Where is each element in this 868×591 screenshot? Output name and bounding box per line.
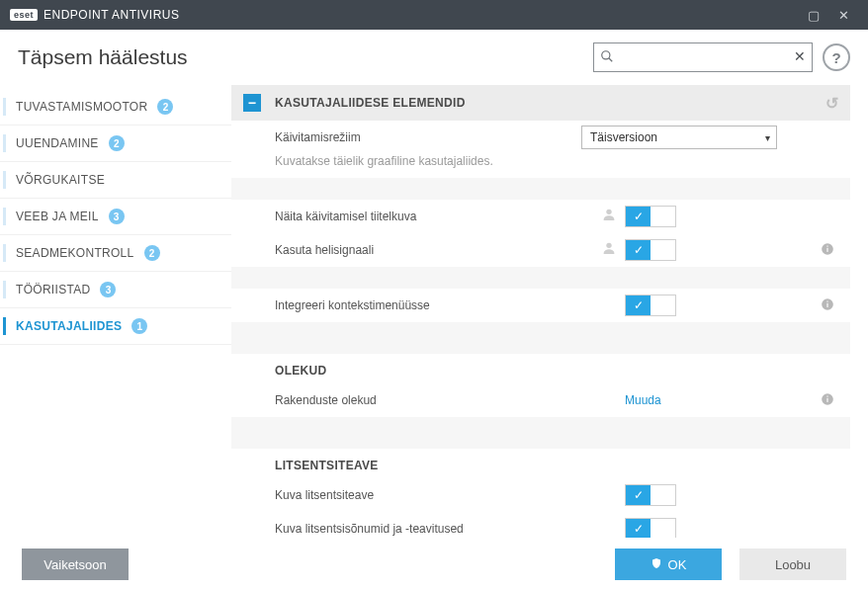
svg-rect-8 [826, 302, 827, 306]
show-splash-toggle[interactable]: ✓ [625, 206, 676, 227]
info-icon[interactable] [821, 297, 834, 314]
show-license-toggle[interactable]: ✓ [625, 484, 676, 506]
svg-point-3 [606, 243, 611, 248]
integrate-context-toggle[interactable]: ✓ [625, 295, 676, 316]
row-show-license: Kuva litsentsiteave ✓ [231, 478, 850, 512]
sidebar-item-tools[interactable]: TÖÖRIISTAD 3 [0, 272, 231, 308]
svg-rect-9 [826, 300, 827, 301]
svg-rect-6 [826, 245, 827, 246]
window-maximize-icon[interactable]: ▢ [799, 8, 828, 23]
header: Täpsem häälestus ✕ ? [0, 30, 868, 85]
search-field[interactable]: ✕ [593, 42, 813, 72]
sidebar-badge: 2 [109, 135, 125, 151]
row-show-splash: Näita käivitamisel tiitelkuva ✓ [231, 200, 850, 233]
ok-button[interactable]: OK [615, 549, 722, 580]
row-start-mode: Käivitamisrežiim Täisversioon ▾ [231, 121, 850, 154]
svg-rect-5 [826, 247, 827, 251]
start-mode-value: Täisversioon [590, 130, 657, 144]
integrate-context-label: Integreeri kontekstimenüüsse [275, 298, 601, 312]
user-icon [601, 207, 617, 226]
titlebar: eset ENDPOINT ANTIVIRUS ▢ ✕ [0, 0, 868, 30]
clear-search-icon[interactable]: ✕ [794, 48, 806, 64]
sidebar-item-detection-engine[interactable]: TUVASTAMISMOOTOR 2 [0, 89, 231, 126]
brand-badge: eset [10, 9, 38, 21]
sidebar-item-network-protection[interactable]: VÕRGUKAITSE [0, 162, 231, 199]
sidebar-item-update[interactable]: UUENDAMINE 2 [0, 126, 231, 162]
subheader-statuses: OLEKUD [231, 354, 850, 383]
default-zone-button[interactable]: Vaiketsoon [22, 549, 129, 580]
shield-icon [651, 557, 662, 572]
reset-icon[interactable]: ↺ [825, 94, 838, 113]
row-integrate-context: Integreeri kontekstimenüüsse ✓ [231, 289, 850, 322]
show-license-msgs-label: Kuva litsentsisõnumid ja -teavitused [275, 522, 601, 536]
sidebar-badge: 3 [100, 282, 116, 297]
chevron-down-icon: ▾ [765, 132, 770, 143]
sidebar: TUVASTAMISMOOTOR 2 UUENDAMINE 2 VÕRGUKAI… [0, 85, 231, 538]
sidebar-item-web-and-email[interactable]: VEEB JA MEIL 3 [0, 199, 231, 235]
sidebar-badge: 2 [144, 245, 160, 261]
sidebar-badge: 2 [157, 99, 173, 115]
user-icon [601, 240, 617, 260]
show-splash-label: Näita käivitamisel tiitelkuva [275, 210, 601, 223]
page-title: Täpsem häälestus [18, 45, 188, 69]
footer: Vaiketsoon OK Loobu [0, 538, 868, 591]
svg-rect-12 [826, 395, 827, 396]
row-app-statuses: Rakenduste olekud Muuda [231, 383, 850, 417]
info-icon[interactable] [821, 242, 834, 259]
sidebar-badge: 1 [131, 318, 147, 334]
sidebar-badge: 3 [109, 209, 125, 224]
start-mode-select[interactable]: Täisversioon ▾ [581, 126, 777, 149]
section-header-ui-elements[interactable]: − KASUTAJALIIDESE ELEMENDID ↺ [231, 85, 850, 121]
use-sound-label: Kasuta helisignaali [275, 243, 601, 257]
window-title: ENDPOINT ANTIVIRUS [43, 8, 179, 22]
help-button[interactable]: ? [823, 43, 850, 71]
row-use-sound: Kasuta helisignaali ✓ [231, 233, 850, 267]
content-scroll[interactable]: − KASUTAJALIIDESE ELEMENDID ↺ Käivitamis… [231, 85, 854, 538]
use-sound-toggle[interactable]: ✓ [625, 239, 676, 261]
window-close-icon[interactable]: ✕ [828, 8, 858, 23]
sidebar-item-user-interface[interactable]: KASUTAJALIIDES 1 [0, 308, 231, 345]
section-title: KASUTAJALIIDESE ELEMENDID [275, 96, 466, 110]
app-statuses-edit-link[interactable]: Muuda [625, 393, 661, 407]
subheader-license: LITSENTSITEAVE [231, 449, 850, 478]
show-license-msgs-toggle[interactable]: ✓ [625, 518, 676, 538]
start-mode-label: Käivitamisrežiim [275, 130, 601, 144]
cancel-button[interactable]: Loobu [739, 549, 846, 580]
svg-point-2 [606, 210, 611, 214]
svg-point-0 [602, 51, 610, 59]
row-show-license-msgs: Kuva litsentsisõnumid ja -teavitused ✓ [231, 512, 850, 538]
collapse-icon[interactable]: − [243, 94, 261, 112]
svg-rect-11 [826, 397, 827, 401]
show-license-label: Kuva litsentsiteave [275, 488, 601, 502]
start-mode-description: Kuvatakse täielik graafiline kasutajalii… [231, 154, 850, 178]
svg-line-1 [609, 58, 613, 62]
app-statuses-label: Rakenduste olekud [275, 393, 601, 407]
search-input[interactable] [620, 50, 786, 65]
search-icon [600, 49, 614, 66]
sidebar-item-device-control[interactable]: SEADMEKONTROLL 2 [0, 235, 231, 272]
info-icon[interactable] [821, 392, 834, 409]
